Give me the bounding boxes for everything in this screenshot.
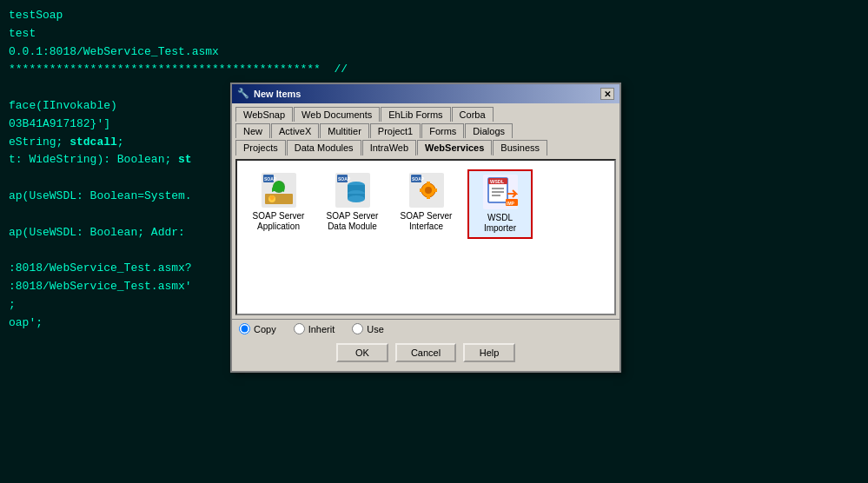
tab-intraweb[interactable]: IntraWeb bbox=[362, 140, 416, 155]
tab-webservices[interactable]: WebServices bbox=[417, 140, 492, 155]
tab-forms[interactable]: Forms bbox=[421, 123, 464, 138]
svg-text:SOAP: SOAP bbox=[338, 176, 351, 182]
item-soap-server-app[interactable]: SOAP SOAP Server Application bbox=[246, 169, 311, 239]
tab-row-1: WebSnap Web Documents EhLib Forms Corba bbox=[235, 107, 616, 122]
radio-use-label: Use bbox=[367, 324, 384, 334]
radio-copy-label: Copy bbox=[254, 324, 276, 334]
tab-corba[interactable]: Corba bbox=[452, 107, 494, 122]
button-row: OK Cancel Help bbox=[239, 340, 613, 367]
tab-websnap[interactable]: WebSnap bbox=[235, 107, 293, 122]
svg-rect-22 bbox=[434, 189, 437, 192]
soap-server-app-icon: SOAP bbox=[262, 173, 296, 208]
items-panel: SOAP SOAP Server Application SOAP bbox=[235, 159, 616, 315]
radio-copy-input[interactable] bbox=[239, 323, 250, 334]
soap-server-iface-icon: SOAP bbox=[409, 173, 444, 208]
soap-server-app-label: SOAP Server Application bbox=[249, 211, 308, 232]
cancel-button[interactable]: Cancel bbox=[395, 343, 456, 362]
radio-use-input[interactable] bbox=[352, 323, 363, 334]
tab-row-3: Projects Data Modules IntraWeb WebServic… bbox=[235, 140, 616, 155]
svg-text:SOAP: SOAP bbox=[412, 176, 425, 182]
tab-project1[interactable]: Project1 bbox=[370, 123, 421, 138]
radio-copy[interactable]: Copy bbox=[239, 323, 276, 334]
dialog-title: New Items bbox=[254, 89, 301, 99]
tab-row-2: New ActiveX Multitier Project1 Forms Dia… bbox=[235, 123, 616, 138]
tab-dialogs[interactable]: Dialogs bbox=[465, 123, 513, 138]
item-soap-server-dm[interactable]: SOAP SOAP Server Data Module bbox=[320, 169, 385, 239]
tab-new[interactable]: New bbox=[235, 123, 270, 138]
svg-text:WSDL: WSDL bbox=[490, 179, 505, 184]
wsdl-importer-label: WSDL Importer bbox=[473, 213, 527, 234]
tab-multitier[interactable]: Multitier bbox=[320, 123, 369, 138]
tab-ehlib[interactable]: EhLib Forms bbox=[381, 107, 450, 122]
radio-inherit-input[interactable] bbox=[294, 323, 305, 334]
svg-rect-19 bbox=[427, 182, 430, 185]
dialog-title-bar: 🔧 New Items ✕ bbox=[232, 84, 620, 103]
radio-inherit[interactable]: Inherit bbox=[294, 323, 335, 334]
tabs-container: WebSnap Web Documents EhLib Forms Corba … bbox=[232, 103, 620, 155]
new-items-dialog: 🔧 New Items ✕ WebSnap Web Documents EhLi… bbox=[230, 83, 621, 373]
tab-activex[interactable]: ActiveX bbox=[271, 123, 319, 138]
soap-server-dm-label: SOAP Server Data Module bbox=[323, 211, 381, 232]
soap-server-dm-icon: SOAP bbox=[335, 173, 370, 208]
item-wsdl-importer[interactable]: WSDL IMP WSDL Importer bbox=[467, 169, 533, 239]
close-button[interactable]: ✕ bbox=[600, 88, 614, 100]
radio-use[interactable]: Use bbox=[352, 323, 384, 334]
wsdl-importer-icon: WSDL IMP bbox=[483, 175, 518, 209]
radio-group: Copy Inherit Use bbox=[239, 323, 613, 334]
dialog-icon: 🔧 bbox=[237, 88, 249, 100]
help-button[interactable]: Help bbox=[463, 343, 515, 362]
svg-point-18 bbox=[425, 187, 432, 194]
tab-datamodules[interactable]: Data Modules bbox=[287, 140, 361, 155]
svg-rect-21 bbox=[420, 189, 423, 192]
soap-server-iface-label: SOAP Server Interface bbox=[397, 211, 455, 232]
svg-text:SOAP: SOAP bbox=[264, 176, 277, 182]
item-soap-server-iface[interactable]: SOAP SOAP Server Interface bbox=[394, 169, 459, 239]
svg-rect-20 bbox=[427, 195, 430, 199]
tab-webdocuments[interactable]: Web Documents bbox=[294, 107, 380, 122]
ok-button[interactable]: OK bbox=[336, 343, 388, 362]
radio-inherit-label: Inherit bbox=[308, 324, 335, 334]
tab-projects[interactable]: Projects bbox=[235, 140, 286, 155]
tab-business[interactable]: Business bbox=[493, 140, 547, 155]
bottom-section: Copy Inherit Use OK Cancel Help bbox=[232, 319, 620, 371]
svg-text:IMP: IMP bbox=[507, 201, 515, 206]
svg-point-13 bbox=[348, 195, 365, 202]
